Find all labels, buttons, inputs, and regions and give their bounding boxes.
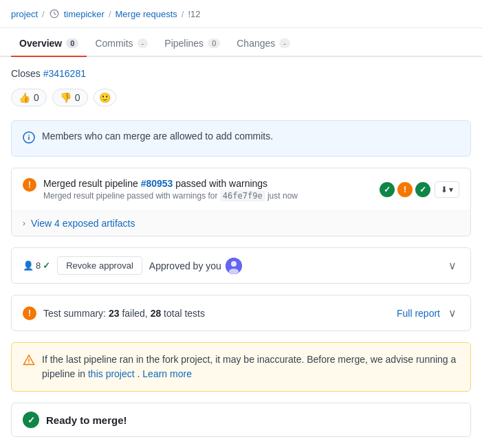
- breadcrumb-repo[interactable]: timepicker: [64, 9, 105, 19]
- breadcrumb-section[interactable]: Merge requests: [116, 9, 177, 19]
- approval-card: 👤 8 ✓ Revoke approval Approved by you: [11, 247, 471, 284]
- learn-more-link[interactable]: Learn more: [142, 368, 192, 379]
- test-total-count: 28: [151, 308, 162, 319]
- approved-text: Approved by you: [149, 258, 242, 274]
- thumbs-up-button[interactable]: 👍 0: [11, 89, 47, 107]
- warning-text: If the last pipeline ran in the fork pro…: [42, 352, 459, 381]
- info-banner: Members who can merge are allowed to add…: [11, 120, 471, 157]
- tab-pipelines[interactable]: Pipelines 0: [156, 31, 228, 57]
- approval-main: 👤 8 ✓ Revoke approval Approved by you: [12, 248, 470, 283]
- pipeline-download-button[interactable]: ⬇ ▾: [435, 181, 459, 198]
- approval-check-icon: ✓: [43, 260, 50, 271]
- thumbs-up-icon: 👍: [19, 92, 30, 103]
- pipeline-subtitle: Merged result pipeline passed with warni…: [43, 191, 380, 201]
- pipeline-card: ! Merged result pipeline #80953 passed w…: [11, 168, 471, 236]
- approval-count-text: 8: [36, 260, 41, 271]
- thumbs-down-button[interactable]: 👎 0: [52, 89, 88, 107]
- approval-collapse-button[interactable]: ∨: [446, 256, 459, 275]
- svg-point-5: [231, 261, 237, 267]
- warning-icon: [23, 354, 35, 371]
- pipeline-status-1: ✓: [380, 182, 395, 197]
- svg-point-3: [28, 135, 30, 136]
- svg-point-6: [229, 269, 239, 274]
- full-report-link[interactable]: Full report: [397, 308, 440, 319]
- pipeline-status-2: !: [397, 182, 413, 197]
- reactions-bar: 👍 0 👎 0 🙂: [11, 89, 471, 107]
- breadcrumb-project[interactable]: project: [11, 9, 38, 19]
- pipeline-commit-hash: 46fe7f9e: [220, 190, 265, 201]
- avatar: [226, 258, 242, 274]
- test-summary-text: Test summary: 23 failed, 28 total tests: [43, 308, 205, 319]
- timepicker-icon: [49, 8, 60, 19]
- ready-to-merge-banner: ✓ Ready to merge!: [11, 403, 471, 437]
- revoke-approval-button[interactable]: Revoke approval: [57, 256, 142, 275]
- pipeline-status-icons: ✓ ! ✓: [380, 182, 430, 197]
- pipeline-status-3: ✓: [415, 182, 430, 197]
- breadcrumb: project / timepicker / Merge requests / …: [0, 0, 482, 28]
- tab-changes-badge: -: [279, 38, 290, 48]
- main-content: Closes #3416281 👍 0 👎 0 🙂 Members who ca…: [0, 57, 482, 448]
- artifacts-chevron-icon[interactable]: ›: [23, 219, 25, 228]
- tab-changes[interactable]: Changes -: [228, 31, 298, 57]
- tab-pipelines-badge: 0: [208, 38, 220, 48]
- thumbs-down-count: 0: [75, 92, 80, 103]
- pipeline-title: Merged result pipeline #80953 passed wit…: [43, 178, 380, 189]
- closes-line: Closes #3416281: [11, 68, 471, 79]
- test-warning-icon: !: [23, 306, 36, 320]
- closes-issue-link[interactable]: #3416281: [43, 68, 86, 79]
- pipeline-actions: ✓ ! ✓ ⬇ ▾: [380, 181, 459, 198]
- tab-overview[interactable]: Overview 0: [11, 31, 87, 57]
- artifacts-row: › View 4 exposed artifacts: [12, 210, 470, 236]
- test-collapse-button[interactable]: ∨: [446, 304, 459, 322]
- approval-count: 👤 8 ✓: [23, 260, 50, 271]
- view-artifacts-link[interactable]: View 4 exposed artifacts: [31, 218, 135, 229]
- info-icon: [23, 131, 35, 146]
- this-project-link[interactable]: this project: [88, 368, 135, 379]
- chevron-down-icon: ▾: [449, 185, 453, 194]
- svg-rect-2: [28, 137, 30, 141]
- ready-check-icon: ✓: [23, 412, 39, 428]
- svg-point-8: [28, 362, 30, 363]
- test-summary-card: ! Test summary: 23 failed, 28 total test…: [11, 295, 471, 331]
- tab-commits-badge: -: [138, 38, 149, 48]
- pipeline-warning-icon: !: [23, 178, 36, 192]
- ready-to-merge-text: Ready to merge!: [46, 414, 127, 426]
- tab-overview-badge: 0: [66, 38, 78, 48]
- breadcrumb-mr-id: !12: [188, 9, 200, 19]
- tabs-nav: Overview 0 Commits - Pipelines 0 Changes…: [0, 31, 482, 57]
- info-banner-text: Members who can merge are allowed to add…: [42, 131, 273, 142]
- thumbs-down-icon: 👎: [60, 92, 72, 103]
- pipeline-card-main: ! Merged result pipeline #80953 passed w…: [12, 168, 470, 210]
- thumbs-up-count: 0: [34, 92, 39, 103]
- person-icon: 👤: [23, 260, 34, 271]
- warning-banner: If the last pipeline ran in the fork pro…: [11, 342, 471, 392]
- download-icon: ⬇: [441, 185, 448, 194]
- emoji-icon: 🙂: [99, 92, 111, 103]
- pipeline-link[interactable]: #80953: [141, 178, 173, 189]
- add-emoji-button[interactable]: 🙂: [94, 89, 116, 107]
- test-failed-count: 23: [109, 308, 120, 319]
- tab-commits[interactable]: Commits -: [87, 31, 156, 57]
- svg-rect-7: [28, 359, 30, 362]
